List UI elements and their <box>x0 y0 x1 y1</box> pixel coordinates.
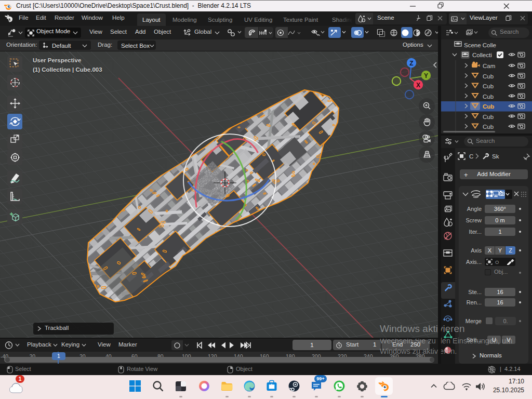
svg-text:Scene Colle: Scene Colle <box>464 42 496 48</box>
svg-text:Cub: Cub <box>483 114 494 120</box>
svg-text:Cub: Cub <box>483 83 494 89</box>
svg-text:Y: Y <box>424 72 428 79</box>
svg-text:Sk: Sk <box>492 153 499 159</box>
svg-text:Cub: Cub <box>483 103 494 110</box>
svg-text:Cub: Cub <box>483 94 494 100</box>
svg-text:Z: Z <box>409 60 413 67</box>
svg-text:Cub: Cub <box>483 73 494 79</box>
svg-text:Cub: Cub <box>483 124 494 130</box>
svg-text:C: C <box>469 153 473 159</box>
svg-text:Collecti: Collecti <box>472 52 492 58</box>
svg-text:Cam: Cam <box>483 63 495 69</box>
svg-text:O: O <box>495 259 499 265</box>
svg-text:X: X <box>416 82 420 89</box>
